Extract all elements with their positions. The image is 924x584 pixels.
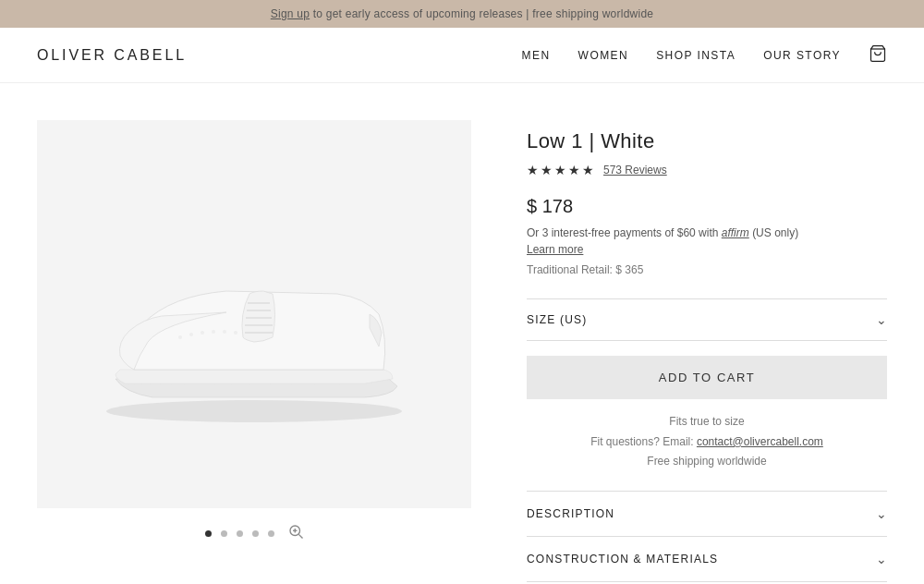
retail-price-value: $ 365 bbox=[615, 263, 643, 276]
fit-line-2: Fit questions? Email: contact@olivercabe… bbox=[527, 432, 887, 453]
main-content: ‹ bbox=[0, 83, 924, 584]
size-selector[interactable]: SIZE (US) ⌄ bbox=[527, 298, 887, 341]
dot-4[interactable] bbox=[252, 530, 259, 537]
nav-men[interactable]: MEN bbox=[522, 49, 551, 62]
nav-our-story[interactable]: OUR STORY bbox=[763, 49, 841, 62]
size-label: SIZE (US) bbox=[527, 313, 587, 326]
svg-point-7 bbox=[178, 335, 182, 339]
affirm-text: Or 3 interest-free payments of $60 with … bbox=[527, 226, 887, 239]
image-section: ‹ bbox=[37, 120, 471, 584]
svg-point-11 bbox=[223, 330, 226, 334]
fit-line-1: Fits true to size bbox=[527, 412, 887, 432]
chevron-down-icon: ⌄ bbox=[876, 552, 887, 566]
svg-point-10 bbox=[212, 330, 215, 334]
reviews-row: ★★★★★ 573 Reviews bbox=[527, 163, 887, 177]
svg-point-9 bbox=[201, 331, 204, 335]
svg-point-1 bbox=[106, 400, 402, 422]
add-to-cart-button[interactable]: ADD TO CART bbox=[527, 356, 887, 399]
dot-2[interactable] bbox=[221, 530, 227, 537]
affirm-brand[interactable]: affirm bbox=[722, 226, 749, 239]
header: OLIVER CABELL MEN WOMEN SHOP INSTA OUR S… bbox=[0, 28, 924, 83]
cart-icon[interactable] bbox=[869, 44, 887, 66]
svg-point-12 bbox=[234, 331, 237, 335]
chevron-down-icon: ⌄ bbox=[876, 506, 887, 521]
image-dots bbox=[205, 523, 304, 543]
retail-price: Traditional Retail: $ 365 bbox=[527, 263, 887, 276]
fit-line-3: Free shipping worldwide bbox=[527, 452, 887, 472]
chevron-down-icon: ⌄ bbox=[876, 312, 887, 327]
product-image bbox=[79, 194, 430, 434]
dot-1[interactable] bbox=[205, 530, 212, 537]
accordion-description[interactable]: DESCRIPTION ⌄ bbox=[527, 491, 887, 536]
email-link[interactable]: contact@olivercabell.com bbox=[697, 435, 823, 448]
nav: MEN WOMEN SHOP INSTA OUR STORY bbox=[522, 44, 887, 66]
signup-link[interactable]: Sign up bbox=[271, 7, 310, 20]
product-section: Low 1 | White ★★★★★ 573 Reviews $ 178 Or… bbox=[527, 120, 887, 584]
zoom-icon[interactable] bbox=[287, 523, 304, 543]
fit-info: Fits true to size Fit questions? Email: … bbox=[527, 412, 887, 472]
top-banner: Sign up to get early access of upcoming … bbox=[0, 0, 924, 28]
accordion-construction-label: CONSTRUCTION & MATERIALS bbox=[527, 553, 718, 566]
accordion-construction[interactable]: CONSTRUCTION & MATERIALS ⌄ bbox=[527, 536, 887, 581]
dot-3[interactable] bbox=[237, 530, 243, 537]
star-rating: ★★★★★ bbox=[527, 163, 596, 177]
review-count[interactable]: 573 Reviews bbox=[603, 164, 667, 176]
banner-text: to get early access of upcoming releases… bbox=[310, 7, 653, 20]
learn-more-link[interactable]: Learn more bbox=[527, 243, 887, 256]
product-title: Low 1 | White bbox=[527, 129, 887, 153]
product-price: $ 178 bbox=[527, 196, 887, 217]
dot-5[interactable] bbox=[268, 530, 274, 537]
nav-shop-insta[interactable]: SHOP INSTA bbox=[656, 49, 736, 62]
svg-line-14 bbox=[298, 534, 302, 538]
logo[interactable]: OLIVER CABELL bbox=[37, 47, 187, 64]
product-image-wrapper: ‹ bbox=[37, 120, 471, 508]
svg-point-8 bbox=[189, 333, 193, 336]
nav-women[interactable]: WOMEN bbox=[578, 49, 629, 62]
accordion-description-label: DESCRIPTION bbox=[527, 507, 614, 520]
